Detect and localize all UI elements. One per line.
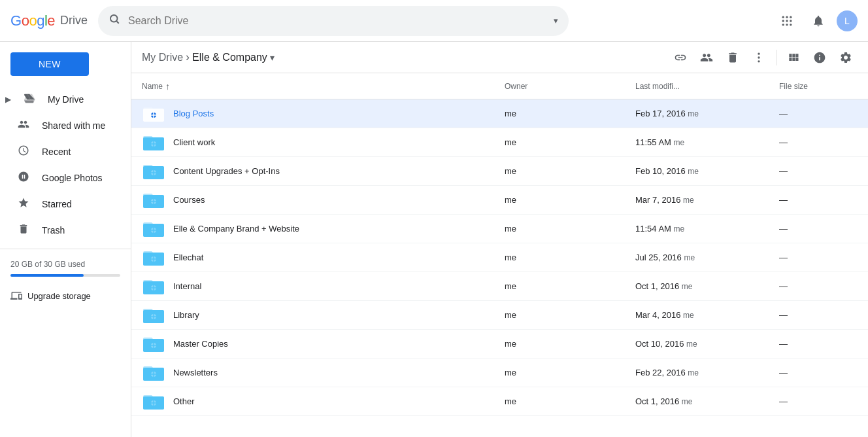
sort-icon: ↑ (165, 81, 170, 92)
toolbar-actions (669, 46, 858, 69)
table-row[interactable]: Content Upgrades + Opt-Ins me Feb 10, 20… (131, 157, 868, 186)
table-row[interactable]: Elle & Company Brand + Website me 11:54 … (131, 215, 868, 243)
folder-icon (142, 246, 165, 270)
sidebar: NEW ▶ My Drive Shared with me Recent (0, 42, 131, 437)
file-size: — (779, 310, 858, 320)
folder-icon (142, 304, 165, 327)
file-modified: Jul 25, 2016 me (635, 253, 779, 262)
google-logo: Google (10, 12, 55, 29)
people-icon (16, 118, 31, 133)
file-name: Internal (173, 281, 505, 291)
file-modified: Feb 22, 2016 me (635, 368, 779, 377)
delete-button[interactable] (721, 46, 744, 69)
file-modified: Oct 10, 2016 me (635, 339, 779, 349)
folder-icon (142, 188, 165, 212)
table-row[interactable]: Master Copies me Oct 10, 2016 me — (131, 330, 868, 358)
file-modified: Feb 10, 2016 me (635, 166, 779, 176)
sidebar-item-shared[interactable]: Shared with me (0, 113, 131, 139)
file-rows: Blog Posts me Feb 17, 2016 me — Client w… (131, 99, 868, 416)
file-owner: me (505, 396, 635, 406)
search-dropdown-icon[interactable]: ▾ (554, 16, 558, 26)
info-button[interactable] (808, 46, 831, 69)
sidebar-item-label: Trash (42, 225, 65, 236)
file-owner: me (505, 368, 635, 377)
file-name: Library (173, 310, 505, 320)
toolbar: My Drive › Elle & Company ▾ (131, 42, 868, 73)
sidebar-item-my-drive[interactable]: ▶ My Drive (0, 86, 131, 113)
search-bar[interactable]: ▾ (98, 6, 569, 36)
sidebar-item-label: Google Photos (42, 173, 103, 183)
file-list: Name ↑ Owner Last modifi... File size (131, 73, 868, 437)
grid-view-button[interactable] (782, 46, 805, 69)
new-button-container: NEW (10, 52, 120, 76)
file-size: — (779, 396, 858, 406)
avatar[interactable]: L (837, 10, 858, 31)
breadcrumb: My Drive › Elle & Company ▾ (142, 50, 669, 64)
more-button[interactable] (747, 46, 771, 69)
column-size-header[interactable]: File size (779, 82, 858, 91)
svg-point-7 (790, 20, 792, 22)
table-row[interactable]: Ellechat me Jul 25, 2016 me — (131, 243, 868, 272)
photos-icon (16, 171, 31, 186)
table-row[interactable]: Client work me 11:55 AM me — (131, 128, 868, 157)
table-row[interactable]: Library me Mar 4, 2016 me — (131, 301, 868, 330)
breadcrumb-separator: › (186, 50, 190, 64)
file-size: — (779, 253, 858, 262)
sidebar-item-photos[interactable]: Google Photos (0, 165, 131, 191)
apps-button[interactable] (774, 8, 800, 34)
breadcrumb-dropdown-icon[interactable]: ▾ (270, 52, 275, 63)
link-button[interactable] (669, 46, 692, 69)
sidebar-item-starred[interactable]: Starred (0, 191, 131, 217)
file-owner: me (505, 224, 635, 234)
folder-icon (142, 332, 165, 356)
file-modified: Oct 1, 2016 me (635, 281, 779, 291)
folder-icon (142, 275, 165, 298)
storage-text: 20 GB of 30 GB used (10, 260, 120, 269)
file-size: — (779, 368, 858, 377)
table-row[interactable]: Courses me Mar 7, 2016 me — (131, 186, 868, 215)
file-owner: me (505, 339, 635, 349)
svg-point-3 (786, 16, 788, 18)
column-name-header[interactable]: Name ↑ (142, 81, 505, 92)
search-icon (108, 13, 120, 28)
svg-point-4 (790, 16, 792, 18)
search-input[interactable] (128, 15, 546, 27)
expand-arrow-icon: ▶ (5, 95, 11, 104)
header: Google Drive ▾ L (0, 0, 868, 42)
folder-icon (142, 390, 165, 413)
breadcrumb-current[interactable]: Elle & Company ▾ (192, 52, 275, 63)
table-row[interactable]: Other me Oct 1, 2016 me — (131, 387, 868, 416)
folder-icon (142, 361, 165, 385)
file-modified: Oct 1, 2016 me (635, 396, 779, 406)
column-modified-label: Last modifi... (635, 82, 680, 91)
main-content: My Drive › Elle & Company ▾ (131, 42, 868, 437)
body: NEW ▶ My Drive Shared with me Recent (0, 42, 868, 437)
svg-point-11 (758, 52, 760, 54)
file-name: Newsletters (173, 368, 505, 377)
svg-point-0 (110, 15, 118, 22)
file-owner: me (505, 281, 635, 291)
notifications-button[interactable] (805, 8, 831, 34)
table-row[interactable]: Internal me Oct 1, 2016 me — (131, 272, 868, 301)
share-button[interactable] (695, 46, 718, 69)
trash-icon (16, 223, 31, 238)
breadcrumb-parent[interactable]: My Drive (142, 52, 183, 63)
new-button[interactable]: NEW (10, 52, 89, 76)
clock-icon (16, 145, 31, 160)
table-row[interactable]: Blog Posts me Feb 17, 2016 me — (131, 99, 868, 128)
file-list-header: Name ↑ Owner Last modifi... File size (131, 73, 868, 99)
file-size: — (779, 281, 858, 291)
table-row[interactable]: Newsletters me Feb 22, 2016 me — (131, 358, 868, 387)
upgrade-storage-button[interactable]: Upgrade storage (0, 285, 131, 307)
storage-section: 20 GB of 30 GB used (0, 254, 131, 285)
sidebar-divider (0, 249, 131, 249)
sidebar-item-trash[interactable]: Trash (0, 217, 131, 243)
settings-button[interactable] (834, 46, 858, 69)
column-name-label: Name (142, 82, 163, 91)
sidebar-item-recent[interactable]: Recent (0, 139, 131, 165)
column-modified-header[interactable]: Last modifi... (635, 82, 779, 91)
file-size: — (779, 137, 858, 147)
storage-bar (10, 274, 120, 277)
column-owner-header[interactable]: Owner (505, 82, 635, 91)
file-owner: me (505, 137, 635, 147)
